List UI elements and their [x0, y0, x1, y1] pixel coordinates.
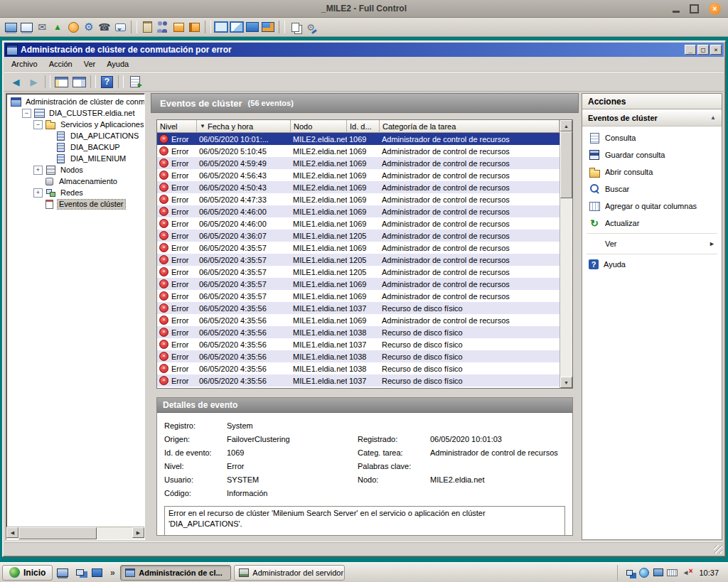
scroll-thumb[interactable] [18, 527, 97, 539]
dial-icon[interactable] [97, 19, 112, 35]
event-row[interactable]: ×Error06/05/2020 4:46:00MILE1.eldia.net1… [157, 205, 560, 217]
event-row[interactable]: ×Error06/05/2020 4:35:56MILE1.eldia.net1… [157, 374, 560, 387]
window-maximize-button[interactable]: □ [697, 45, 709, 55]
menu-accion[interactable]: Acción [43, 58, 78, 70]
events-vertical-scrollbar[interactable]: ▲ ▼ [560, 120, 572, 388]
event-row[interactable]: ×Error06/05/2020 4:35:56MILE1.eldia.net1… [157, 302, 560, 314]
network-icon[interactable] [623, 566, 636, 579]
column-header-nivel[interactable]: Nivel [157, 120, 197, 133]
file-transfer-icon[interactable] [50, 19, 65, 35]
tree-horizontal-scrollbar[interactable]: ◀ ▶ [6, 527, 144, 539]
event-row[interactable]: ×Error06/05/2020 5:10:45MILE2.eldia.net1… [157, 145, 560, 157]
menu-archivo[interactable]: Archivo [6, 58, 43, 70]
globe-icon[interactable] [638, 566, 650, 579]
chat-icon[interactable] [112, 19, 128, 35]
event-row[interactable]: ×Error06/05/2020 4:59:49MILE2.eldia.net1… [157, 157, 560, 169]
action-ayuda[interactable]: ?Ayuda [582, 256, 722, 273]
tree-item-almacenamiento[interactable]: Almacenamiento [6, 176, 144, 187]
settings-icon[interactable] [81, 19, 97, 35]
forward-icon[interactable] [25, 74, 43, 90]
quick-launch-overflow-button[interactable]: » [107, 565, 118, 581]
tools-icon[interactable] [303, 19, 318, 35]
taskbar-task-administracion-de-cl[interactable]: Administración de cl... [120, 565, 231, 581]
users-icon[interactable] [155, 19, 171, 35]
event-row[interactable]: ×Error06/05/2020 4:35:56MILE1.eldia.net1… [157, 350, 560, 362]
display-icon[interactable] [89, 565, 105, 581]
scroll-up-button[interactable]: ▲ [560, 120, 572, 131]
scale-icon[interactable] [229, 19, 245, 35]
actions-section-header[interactable]: Eventos de clúster ▲ [582, 109, 722, 126]
clipboard-icon[interactable] [139, 19, 155, 35]
window-close-button[interactable]: × [710, 45, 722, 55]
tree-item-redes[interactable]: +Redes [6, 187, 144, 198]
tree-item-administracion-de-cluster-de-conmu[interactable]: Administración de clúster de conmu [6, 96, 144, 107]
action-agregar-o-quitar-columnas[interactable]: Agregar o quitar columnas [582, 198, 722, 215]
remote-desktop[interactable]: Administración de clúster de conmutación… [0, 37, 728, 562]
vnc-titlebar[interactable]: _MILE2 - Full Control × [0, 0, 728, 18]
vnc-minimize-button[interactable] [673, 11, 680, 13]
tree-item-eventos-de-cluster[interactable]: Eventos de clúster [6, 198, 144, 210]
menu-ayuda[interactable]: Ayuda [101, 58, 134, 70]
fullscreen-icon[interactable] [213, 19, 229, 35]
collapse-icon[interactable]: − [33, 120, 43, 129]
event-row[interactable]: ×Error06/05/2020 4:35:57MILE1.eldia.net1… [157, 290, 560, 302]
vnc-close-button[interactable]: × [709, 3, 721, 15]
scroll-down-button[interactable]: ▼ [560, 377, 572, 388]
column-header-nodo[interactable]: Nodo [291, 120, 347, 133]
collapse-chevron-icon[interactable]: ▲ [710, 114, 716, 121]
taskbar-task-administrador-del-servidor[interactable]: Administrador del servidor [234, 565, 345, 581]
connection-info-icon[interactable] [65, 19, 81, 35]
expand-icon[interactable]: + [33, 166, 43, 175]
tree-item-servicios-y-aplicaciones[interactable]: −Servicios y Aplicaciones [6, 119, 144, 130]
taskbar-clock[interactable]: 10:37 [695, 568, 723, 577]
tree-item-dia-milenium[interactable]: DIA_MILENIUM [6, 153, 144, 164]
event-row[interactable]: ×Error06/05/2020 4:46:00MILE1.eldia.net1… [157, 217, 560, 230]
column-header-categoria-de-la-tarea[interactable]: Categoría de la tarea [380, 120, 560, 133]
vnc-maximize-button[interactable] [690, 4, 699, 14]
network-places-icon[interactable] [72, 565, 87, 581]
event-row[interactable]: ×Error06/05/2020 4:35:57MILE1.eldia.net1… [157, 254, 560, 266]
volume-muted-icon[interactable] [680, 566, 692, 579]
scroll-track[interactable] [18, 527, 132, 539]
expand-icon[interactable]: + [33, 188, 43, 198]
screen-icon[interactable] [245, 19, 260, 35]
tree-item-dia-cluster-eldia-net[interactable]: −DIA_CLUSTER.eldia.net [6, 107, 144, 119]
screen-config-icon[interactable] [260, 19, 276, 35]
computer-icon[interactable] [55, 565, 70, 581]
scroll-right-button[interactable]: ▶ [132, 527, 144, 538]
column-header-id-d[interactable]: Id. d... [347, 120, 380, 133]
back-icon[interactable] [7, 74, 25, 90]
action-consulta[interactable]: Consulta [582, 129, 722, 146]
event-row[interactable]: ×Error06/05/2020 4:50:43MILE2.eldia.net1… [157, 181, 560, 193]
package-icon[interactable] [171, 19, 186, 35]
event-row[interactable]: ×Error06/05/2020 4:35:56MILE1.eldia.net1… [157, 362, 560, 374]
collapse-icon[interactable]: − [22, 109, 31, 118]
event-row[interactable]: ×Error06/05/2020 4:47:33MILE2.eldia.net1… [157, 193, 560, 205]
window-minimize-button[interactable]: _ [685, 45, 696, 55]
keyboard-icon[interactable] [666, 566, 678, 579]
new-connection-icon[interactable] [3, 19, 18, 35]
action-guardar-consulta[interactable]: Guardar consulta [582, 146, 722, 163]
security-icon[interactable] [186, 19, 202, 35]
event-row[interactable]: ×Error06/05/2020 10:01:...MILE2.eldia.ne… [157, 133, 560, 145]
event-row[interactable]: ×Error06/05/2020 4:36:07MILE1.eldia.net1… [157, 230, 560, 242]
menu-ver[interactable]: Ver [78, 58, 102, 70]
panel-splitter[interactable] [145, 93, 148, 540]
console-tree-icon[interactable] [53, 74, 70, 90]
mail-icon[interactable] [34, 19, 50, 35]
action-actualizar[interactable]: ↻Actualizar [582, 215, 722, 232]
event-row[interactable]: ×Error06/05/2020 4:56:43MILE2.eldia.net1… [157, 169, 560, 181]
action-ver[interactable]: Ver► [582, 235, 722, 252]
help-icon[interactable] [98, 74, 116, 90]
column-header-fecha-y-hora[interactable]: ▼Fecha y hora [197, 120, 291, 133]
event-row[interactable]: ×Error06/05/2020 4:35:57MILE1.eldia.net1… [157, 242, 560, 254]
tree-item-dia-aplications[interactable]: DIA_APLICATIONS [6, 130, 144, 141]
event-row[interactable]: ×Error06/05/2020 4:35:56MILE1.eldia.net1… [157, 338, 560, 350]
action-abrir-consulta[interactable]: Abrir consulta [582, 163, 722, 180]
display-icon[interactable] [652, 566, 664, 579]
export-icon[interactable] [126, 74, 144, 90]
scroll-thumb[interactable] [560, 131, 572, 198]
copy-icon[interactable] [287, 19, 303, 35]
tree-item-dia-backup[interactable]: DIA_BACKUP [6, 141, 144, 153]
scroll-track[interactable] [560, 131, 572, 377]
